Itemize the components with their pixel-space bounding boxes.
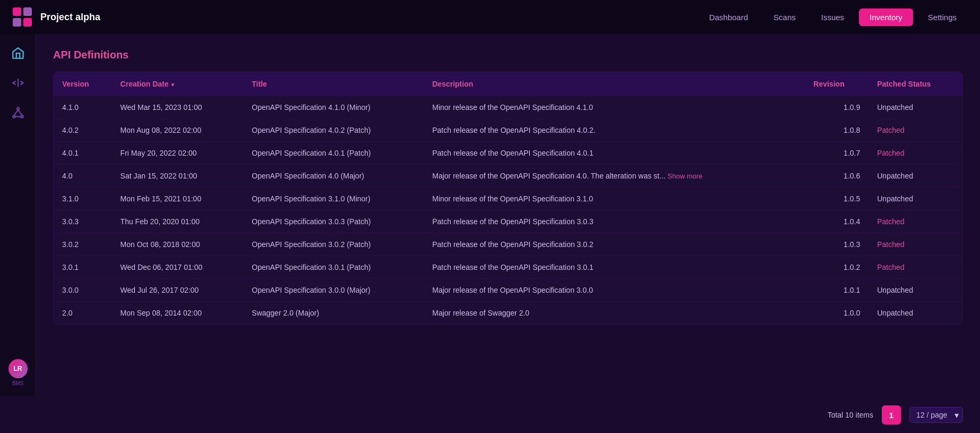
cell-title: OpenAPI Specification 3.0.1 (Patch)	[243, 256, 424, 279]
cell-title: OpenAPI Specification 3.0.0 (Major)	[243, 279, 424, 302]
cell-revision: 1.0.9	[805, 96, 869, 119]
avatar-initials: LR	[14, 366, 22, 372]
table-row: 3.0.1 Wed Dec 06, 2017 01:00 OpenAPI Spe…	[54, 256, 962, 279]
col-version: Version	[54, 72, 112, 96]
sidebar: LR BMS	[0, 34, 36, 397]
pagination-bar: Total 10 items 1 12 / page24 / page48 / …	[0, 397, 980, 433]
cell-status: Unpatched	[869, 279, 962, 302]
sidebar-icon-network[interactable]	[10, 104, 27, 121]
description-text: Patch release of the OpenAPI Specificati…	[432, 217, 594, 226]
cell-description: Patch release of the OpenAPI Specificati…	[424, 256, 805, 279]
cell-revision: 1.0.2	[805, 256, 869, 279]
cell-version: 3.0.1	[54, 256, 112, 279]
cell-title: OpenAPI Specification 4.0 (Major)	[243, 165, 424, 188]
description-text: Minor release of the OpenAPI Specificati…	[432, 103, 593, 112]
table: Version Creation Date Title Description …	[54, 72, 962, 324]
avatar[interactable]: LR	[8, 359, 28, 378]
description-text: Minor release of the OpenAPI Specificati…	[432, 194, 593, 203]
svg-rect-1	[23, 7, 32, 16]
per-page-wrapper: 12 / page24 / page48 / page	[909, 407, 963, 423]
table-row: 3.0.2 Mon Oct 08, 2018 02:00 OpenAPI Spe…	[54, 233, 962, 256]
cell-revision: 1.0.5	[805, 188, 869, 210]
nav-item-issues[interactable]: Issues	[811, 9, 855, 26]
description-text: Major release of the OpenAPI Specificati…	[432, 172, 665, 180]
cell-description: Patch release of the OpenAPI Specificati…	[424, 210, 805, 233]
cell-date: Mon Sep 08, 2014 02:00	[112, 302, 244, 325]
cell-status: Patched	[869, 119, 962, 142]
col-creation-date[interactable]: Creation Date	[112, 72, 244, 96]
main-content: API Definitions Version Creation Date Ti…	[36, 34, 980, 397]
cell-revision: 1.0.8	[805, 119, 869, 142]
cell-title: OpenAPI Specification 4.1.0 (Minor)	[243, 96, 424, 119]
cell-revision: 1.0.4	[805, 210, 869, 233]
cell-title: OpenAPI Specification 4.0.1 (Patch)	[243, 142, 424, 165]
cell-status: Patched	[869, 142, 962, 165]
section-title: API Definitions	[53, 49, 963, 61]
nav-item-inventory[interactable]: Inventory	[859, 9, 913, 26]
cell-date: Mon Feb 15, 2021 01:00	[112, 188, 244, 210]
api-definitions-table: Version Creation Date Title Description …	[53, 72, 963, 325]
cell-title: OpenAPI Specification 4.0.2 (Patch)	[243, 119, 424, 142]
description-text: Major release of Swagger 2.0	[432, 309, 529, 317]
sidebar-bottom: LR BMS	[8, 359, 28, 386]
cell-version: 3.0.0	[54, 279, 112, 302]
table-header: Version Creation Date Title Description …	[54, 72, 962, 96]
table-row: 2.0 Mon Sep 08, 2014 02:00 Swagger 2.0 (…	[54, 302, 962, 325]
cell-description: Major release of Swagger 2.0	[424, 302, 805, 325]
cell-title: Swagger 2.0 (Major)	[243, 302, 424, 325]
project-title: Project alpha	[40, 12, 690, 23]
table-row: 4.0.2 Mon Aug 08, 2022 02:00 OpenAPI Spe…	[54, 119, 962, 142]
cell-revision: 1.0.0	[805, 302, 869, 325]
cell-description: Patch release of the OpenAPI Specificati…	[424, 233, 805, 256]
svg-line-9	[18, 110, 22, 116]
cell-status: Patched	[869, 256, 962, 279]
app-logo	[13, 7, 32, 27]
description-text: Patch release of the OpenAPI Specificati…	[432, 263, 594, 271]
cell-version: 2.0	[54, 302, 112, 325]
cell-description: Patch release of the OpenAPI Specificati…	[424, 142, 805, 165]
col-title: Title	[243, 72, 424, 96]
cell-description: Patch release of the OpenAPI Specificati…	[424, 119, 805, 142]
cell-title: OpenAPI Specification 3.1.0 (Minor)	[243, 188, 424, 210]
cell-revision: 1.0.3	[805, 233, 869, 256]
cell-status: Unpatched	[869, 302, 962, 325]
cell-description: Minor release of the OpenAPI Specificati…	[424, 188, 805, 210]
cell-date: Fri May 20, 2022 02:00	[112, 142, 244, 165]
total-items-label: Total 10 items	[828, 411, 873, 419]
cell-revision: 1.0.7	[805, 142, 869, 165]
col-revision: Revision	[805, 72, 869, 96]
cell-version: 3.0.2	[54, 233, 112, 256]
top-nav: DashboardScansIssuesInventorySettings	[699, 9, 967, 26]
cell-status: Patched	[869, 233, 962, 256]
cell-status: Patched	[869, 210, 962, 233]
sidebar-icon-code[interactable]	[10, 74, 27, 91]
table-body: 4.1.0 Wed Mar 15, 2023 01:00 OpenAPI Spe…	[54, 96, 962, 325]
cell-revision: 1.0.6	[805, 165, 869, 188]
table-row: 3.0.0 Wed Jul 26, 2017 02:00 OpenAPI Spe…	[54, 279, 962, 302]
cell-date: Sat Jan 15, 2022 01:00	[112, 165, 244, 188]
cell-date: Wed Dec 06, 2017 01:00	[112, 256, 244, 279]
cell-version: 3.0.3	[54, 210, 112, 233]
description-text: Patch release of the OpenAPI Specificati…	[432, 240, 594, 249]
cell-description: Minor release of the OpenAPI Specificati…	[424, 96, 805, 119]
sidebar-icon-home[interactable]	[10, 45, 27, 62]
cell-date: Mon Aug 08, 2022 02:00	[112, 119, 244, 142]
show-more-link[interactable]: Show more	[668, 172, 703, 180]
nav-item-dashboard[interactable]: Dashboard	[699, 9, 759, 26]
svg-point-5	[16, 107, 19, 109]
table-row: 3.0.3 Thu Feb 20, 2020 01:00 OpenAPI Spe…	[54, 210, 962, 233]
table-row: 4.0 Sat Jan 15, 2022 01:00 OpenAPI Speci…	[54, 165, 962, 188]
cell-title: OpenAPI Specification 3.0.3 (Patch)	[243, 210, 424, 233]
cell-date: Wed Mar 15, 2023 01:00	[112, 96, 244, 119]
nav-item-scans[interactable]: Scans	[763, 9, 806, 26]
svg-rect-0	[13, 7, 21, 16]
cell-date: Thu Feb 20, 2020 01:00	[112, 210, 244, 233]
cell-description: Major release of the OpenAPI Specificati…	[424, 279, 805, 302]
nav-item-settings[interactable]: Settings	[917, 9, 967, 26]
cell-title: OpenAPI Specification 3.0.2 (Patch)	[243, 233, 424, 256]
per-page-select[interactable]: 12 / page24 / page48 / page	[909, 407, 963, 423]
cell-version: 4.0	[54, 165, 112, 188]
page-1-button[interactable]: 1	[882, 405, 901, 424]
table-row: 4.1.0 Wed Mar 15, 2023 01:00 OpenAPI Spe…	[54, 96, 962, 119]
cell-revision: 1.0.1	[805, 279, 869, 302]
